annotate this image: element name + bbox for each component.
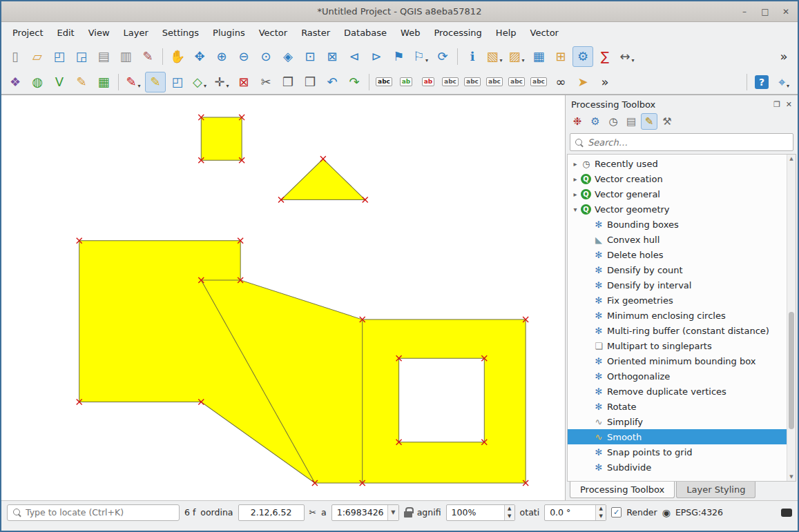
expander-icon[interactable]: ▸ bbox=[570, 175, 580, 183]
delete-selected-button[interactable]: ⊠ bbox=[233, 72, 254, 92]
paste-features-button[interactable]: ❒ bbox=[300, 72, 320, 92]
tree-item-minimum-enclosing-circles[interactable]: Minimum enclosing circles bbox=[568, 308, 787, 323]
highlight-pinned-labels-button[interactable]: abc bbox=[440, 72, 461, 92]
plugin-button[interactable]: ➤ bbox=[572, 72, 593, 92]
close-button[interactable]: ✕ bbox=[781, 7, 791, 17]
undo-button[interactable]: ↶ bbox=[322, 72, 343, 92]
style-manager-button[interactable]: ✎ bbox=[137, 46, 158, 67]
measure-button[interactable]: ↔▾ bbox=[617, 46, 637, 67]
float-panel-icon[interactable]: ❐ bbox=[773, 100, 780, 109]
menu-layer[interactable]: Layer bbox=[117, 23, 155, 42]
new-project-button[interactable]: ▯ bbox=[5, 46, 26, 67]
spin-up-icon[interactable]: ▲ bbox=[505, 505, 514, 513]
crs-globe-icon[interactable]: ◉ bbox=[662, 507, 671, 518]
change-label-properties-button[interactable]: abc bbox=[528, 72, 549, 92]
messages-icon[interactable] bbox=[781, 509, 792, 517]
digitize-with-segment-button-dropdown-icon[interactable]: ▾ bbox=[204, 83, 206, 92]
measure-button-dropdown-icon[interactable]: ▾ bbox=[632, 57, 635, 66]
toolbox-history-button[interactable]: ◷ bbox=[605, 113, 622, 130]
save-project-button[interactable]: ◰ bbox=[49, 46, 70, 67]
current-edits-button-dropdown-icon[interactable]: ▾ bbox=[138, 83, 141, 92]
tree-item-vector-geometry[interactable]: ▾QVector geometry bbox=[568, 201, 787, 217]
spin-down-icon[interactable]: ▼ bbox=[505, 513, 514, 520]
new-geopackage-layer-button[interactable]: ◍ bbox=[27, 72, 48, 92]
locator-bar[interactable] bbox=[7, 504, 180, 521]
edit-features-in-place-button[interactable]: ✎ bbox=[641, 113, 657, 130]
menu-vector-2[interactable]: Vector bbox=[523, 23, 566, 42]
scrollbar-track[interactable] bbox=[787, 163, 796, 473]
spin-down-icon[interactable]: ▼ bbox=[596, 513, 606, 520]
cut-features-button[interactable]: ✂ bbox=[256, 72, 276, 92]
pin-labels-button[interactable]: ab bbox=[418, 72, 439, 92]
show-hide-labels-button[interactable]: abc bbox=[462, 72, 483, 92]
layer-diagram-options-button[interactable]: ab bbox=[396, 72, 416, 92]
menu-edit[interactable]: Edit bbox=[50, 23, 81, 42]
menu-help[interactable]: Help bbox=[489, 23, 523, 42]
toggle-editing-button[interactable]: ✎ bbox=[145, 72, 166, 92]
crs-label[interactable]: EPSG:4326 bbox=[675, 507, 723, 518]
open-attribute-table-button[interactable]: ▦ bbox=[528, 46, 549, 67]
scale-dropdown-icon[interactable]: ▼ bbox=[387, 505, 398, 520]
open-project-button[interactable]: ▱ bbox=[27, 46, 48, 67]
layout-manager-button[interactable]: ▥ bbox=[115, 46, 136, 67]
data-source-manager-button[interactable]: ❖ bbox=[5, 72, 26, 92]
lock-scale-icon[interactable] bbox=[404, 511, 412, 518]
copy-features-button[interactable]: ❐ bbox=[278, 72, 298, 92]
refresh-map-button[interactable]: ⟳ bbox=[432, 46, 453, 67]
deselect-features-button[interactable]: ▨▾ bbox=[506, 46, 527, 67]
tree-item-multi-ring-buffer-constant-distance[interactable]: Multi-ring buffer (constant distance) bbox=[568, 323, 787, 338]
coordinate-display[interactable]: 2.12,6.52 bbox=[238, 504, 305, 521]
expander-icon[interactable]: ▸ bbox=[570, 160, 580, 168]
select-features-button-dropdown-icon[interactable]: ▾ bbox=[500, 57, 503, 66]
pan-map-button[interactable]: ✋ bbox=[167, 46, 188, 67]
save-layer-edits-button[interactable]: ◰ bbox=[167, 72, 188, 92]
rotation-spinbox[interactable]: 0.0 ° ▲ ▼ bbox=[544, 504, 606, 521]
select-features-button[interactable]: ▧▾ bbox=[484, 46, 505, 67]
toolbox-options-button[interactable]: ⚒ bbox=[659, 113, 675, 130]
tab-layer-styling[interactable]: Layer Styling bbox=[676, 482, 755, 498]
toolbox-results-viewer-button[interactable]: ▤ bbox=[623, 113, 639, 130]
tree-item-vector-creation[interactable]: ▸QVector creation bbox=[568, 171, 787, 186]
tree-item-smooth[interactable]: Smooth bbox=[568, 429, 787, 444]
menu-vector[interactable]: Vector bbox=[252, 23, 294, 42]
menu-web[interactable]: Web bbox=[394, 23, 427, 42]
tree-item-oriented-minimum-bounding-box[interactable]: Oriented minimum bounding box bbox=[568, 353, 787, 368]
close-panel-icon[interactable]: ✕ bbox=[786, 100, 792, 109]
scroll-up-icon[interactable]: ▲ bbox=[787, 155, 796, 163]
tree-item-simplify[interactable]: Simplify bbox=[568, 414, 787, 429]
zoom-to-layer-button[interactable]: ⊠ bbox=[322, 46, 343, 67]
new-print-layout-button[interactable]: ▤ bbox=[93, 46, 114, 67]
layer-labeling-options-button[interactable]: abc bbox=[374, 72, 394, 92]
metasearch-button[interactable]: ∞ bbox=[550, 72, 571, 92]
magnifier-spinbox[interactable]: 100% ▲ ▼ bbox=[446, 504, 515, 521]
tree-scrollbar[interactable]: ▲ ▼ bbox=[787, 155, 796, 481]
tree-item-convex-hull[interactable]: Convex hull bbox=[568, 232, 787, 247]
zoom-to-selection-button[interactable]: ⊡ bbox=[300, 46, 320, 67]
statistical-summary-button[interactable]: ∑ bbox=[595, 46, 615, 67]
vertex-tool-button-dropdown-icon[interactable]: ▾ bbox=[227, 83, 229, 92]
tree-item-multipart-to-singleparts[interactable]: Multipart to singleparts bbox=[568, 338, 787, 353]
maptips-button-dropdown-icon[interactable]: ▾ bbox=[787, 83, 789, 92]
toolbox-scripts-button[interactable]: ⚙ bbox=[587, 113, 604, 130]
rotate-label-button[interactable]: abc bbox=[506, 72, 527, 92]
new-shapefile-layer-button[interactable]: ✎ bbox=[71, 72, 92, 92]
digitize-with-segment-button[interactable]: ◇▾ bbox=[189, 72, 210, 92]
tree-item-vector-general[interactable]: ▸QVector general bbox=[568, 186, 787, 201]
help-contents-button[interactable]: ? bbox=[751, 72, 772, 92]
tab-processing-toolbox[interactable]: Processing Toolbox bbox=[570, 482, 675, 498]
zoom-next-button[interactable]: ⊳ bbox=[366, 46, 387, 67]
processing-toolbox-button[interactable]: ⚙ bbox=[572, 46, 593, 67]
maptips-button[interactable]: ⌖▾ bbox=[773, 72, 794, 92]
expander-icon[interactable]: ▸ bbox=[570, 190, 580, 198]
field-calculator-button[interactable]: ⊞ bbox=[550, 46, 571, 67]
menu-view[interactable]: View bbox=[81, 23, 117, 42]
zoom-full-button[interactable]: ◈ bbox=[278, 46, 298, 67]
show-bookmarks-button-dropdown-icon[interactable]: ▾ bbox=[425, 57, 428, 66]
locator-input[interactable] bbox=[26, 507, 174, 518]
expander-icon[interactable]: ▾ bbox=[570, 206, 580, 213]
save-project-as-button[interactable]: ◲ bbox=[71, 46, 92, 67]
toolbox-models-button[interactable]: ❉ bbox=[569, 113, 586, 130]
deselect-features-button-dropdown-icon[interactable]: ▾ bbox=[522, 57, 525, 66]
menu-plugins[interactable]: Plugins bbox=[206, 23, 252, 42]
show-bookmarks-button[interactable]: ⚐▾ bbox=[410, 46, 431, 67]
